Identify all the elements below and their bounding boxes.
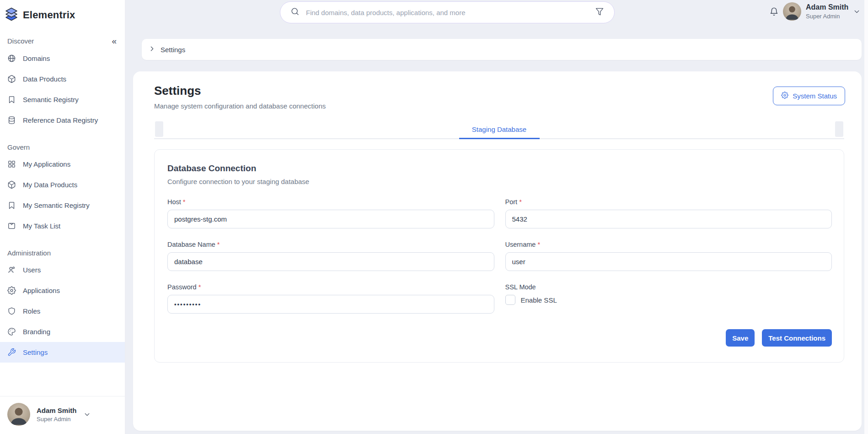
sidebar-profile[interactable]: Adam Smith Super Admin	[0, 396, 125, 434]
section-discover: Discover «	[0, 27, 125, 48]
users-icon	[7, 266, 16, 274]
database-connection-card: Database Connection Configure connection…	[154, 149, 844, 363]
bell-icon[interactable]	[769, 7, 779, 18]
tab-scroll-left[interactable]	[155, 121, 163, 137]
system-status-button[interactable]: System Status	[773, 87, 845, 105]
grid-icon	[7, 160, 16, 168]
ssl-mode-label: SSL Mode	[505, 283, 832, 291]
form-subtitle: Configure connection to your staging dat…	[167, 178, 832, 185]
sidebar-item-semantic-registry[interactable]: Semantic Registry	[0, 89, 125, 110]
password-input[interactable]	[167, 295, 494, 314]
username-input[interactable]	[505, 252, 832, 271]
form-title: Database Connection	[167, 163, 832, 174]
sidebar-item-branding[interactable]: Branding	[0, 321, 125, 342]
sidebar-item-my-data-products[interactable]: My Data Products	[0, 174, 125, 195]
database-name-field-group: Database Name *	[167, 241, 494, 271]
inbox-icon	[7, 222, 16, 230]
host-label: Host *	[167, 198, 494, 206]
breadcrumb: Settings	[142, 39, 862, 60]
sidebar-item-settings[interactable]: Settings	[0, 342, 125, 363]
database-icon	[7, 116, 16, 125]
gear-icon	[781, 92, 788, 100]
search-icon	[290, 7, 300, 18]
chevron-down-icon	[853, 8, 861, 16]
page-title: Settings	[154, 84, 845, 98]
avatar	[7, 403, 30, 426]
profile-role: Super Admin	[37, 416, 77, 423]
sidebar-nav: Discover « Domains Data Products Semanti…	[0, 27, 125, 363]
bookmark-icon	[7, 201, 16, 210]
sidebar: Elementrix Discover « Domains Data Produ…	[0, 0, 125, 434]
avatar	[783, 2, 801, 21]
brand-name: Elementrix	[23, 9, 75, 21]
sidebar-item-reference-data-registry[interactable]: Reference Data Registry	[0, 110, 125, 130]
host-field-group: Host *	[167, 198, 494, 228]
filter-icon[interactable]	[595, 7, 604, 18]
sidebar-item-my-applications[interactable]: My Applications	[0, 154, 125, 174]
shield-icon	[7, 307, 16, 315]
collapse-sidebar-button[interactable]: «	[112, 37, 117, 45]
user-role: Super Admin	[806, 13, 848, 20]
host-input[interactable]	[167, 210, 494, 228]
palette-icon	[7, 327, 16, 336]
section-administration: Administration	[0, 236, 125, 260]
database-name-input[interactable]	[167, 252, 494, 271]
breadcrumb-settings[interactable]: Settings	[161, 46, 185, 54]
password-field-group: Password *	[167, 283, 494, 314]
sidebar-item-domains[interactable]: Domains	[0, 48, 125, 69]
save-button[interactable]: Save	[726, 329, 755, 347]
tab-staging-database[interactable]: Staging Database	[459, 120, 540, 138]
tab-scroll-right[interactable]	[835, 121, 843, 137]
user-menu[interactable]: Adam Smith Super Admin	[783, 2, 861, 21]
search-input[interactable]	[306, 9, 589, 16]
sidebar-item-applications[interactable]: Applications	[0, 280, 125, 301]
port-label: Port *	[505, 198, 832, 206]
username-field-group: Username *	[505, 241, 832, 271]
user-name: Adam Smith	[806, 3, 848, 11]
password-label: Password *	[167, 283, 494, 291]
sidebar-item-my-semantic-registry[interactable]: My Semantic Registry	[0, 195, 125, 216]
chevron-right-icon[interactable]	[148, 45, 156, 54]
page-subtitle: Manage system configuration and database…	[154, 102, 845, 110]
port-input[interactable]	[505, 210, 832, 228]
sidebar-item-users[interactable]: Users	[0, 260, 125, 280]
gear-icon	[7, 286, 16, 295]
sidebar-item-data-products[interactable]: Data Products	[0, 69, 125, 89]
port-field-group: Port *	[505, 198, 832, 228]
wrench-icon	[7, 348, 16, 357]
box-icon	[7, 75, 16, 83]
database-name-label: Database Name *	[167, 241, 494, 248]
brand-logo: Elementrix	[0, 0, 125, 27]
bookmark-icon	[7, 95, 16, 104]
tab-bar: Staging Database	[154, 120, 844, 139]
globe-icon	[7, 54, 16, 63]
enable-ssl-checkbox[interactable]	[505, 295, 515, 305]
box-icon	[7, 180, 16, 189]
layers-logo-icon	[5, 7, 18, 23]
chevron-down-icon	[83, 411, 91, 418]
test-connections-button[interactable]: Test Connections	[762, 329, 832, 347]
settings-panel: Settings Manage system configuration and…	[133, 71, 862, 431]
sidebar-item-roles[interactable]: Roles	[0, 301, 125, 321]
enable-ssl-label: Enable SSL	[521, 296, 557, 304]
scrollbar[interactable]	[864, 0, 868, 434]
profile-name: Adam Smith	[37, 407, 77, 414]
ssl-mode-field-group: SSL Mode Enable SSL	[505, 283, 832, 314]
sidebar-item-my-task-list[interactable]: My Task List	[0, 216, 125, 236]
global-search	[280, 1, 615, 23]
section-govern: Govern	[0, 130, 125, 154]
username-label: Username *	[505, 241, 832, 248]
